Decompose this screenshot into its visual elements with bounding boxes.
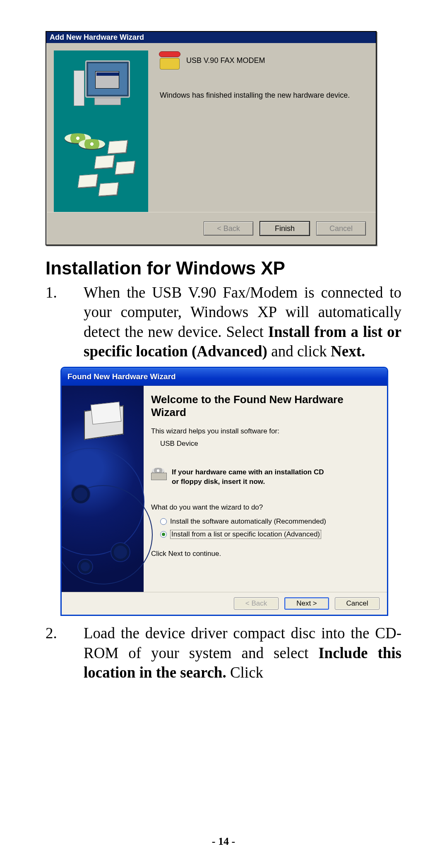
xp-cancel-button[interactable]: Cancel (335, 597, 380, 610)
cd-instruction-line1: If your hardware came with an installati… (172, 468, 324, 477)
cd-instruction-line2: or floppy disk, insert it now. (172, 477, 324, 487)
xp-sidebar-graphic (62, 386, 144, 592)
option-auto-label: Install the software automatically (Reco… (170, 517, 326, 526)
win98-titlebar: Add New Hardware Wizard (46, 32, 376, 43)
radio-checked-icon (160, 531, 167, 538)
option-advanced[interactable]: Install from a list or specific location… (160, 530, 377, 539)
back-button[interactable]: < Back (204, 221, 253, 236)
step2-text-b: Click (230, 664, 263, 681)
cd-icon (79, 139, 105, 149)
step1-bold-b: Next. (331, 343, 365, 360)
option-advanced-label: Install from a list or specific location… (170, 530, 321, 539)
wizard-question: What do you want the wizard to do? (151, 503, 377, 512)
cancel-button[interactable]: Cancel (316, 221, 366, 236)
xp-device-name: USB Device (160, 440, 377, 448)
device-name-label: USB V.90 FAX MODEM (186, 56, 265, 65)
step-2: 2. Load the device driver compact disc i… (46, 623, 401, 682)
option-auto[interactable]: Install the software automatically (Reco… (160, 517, 377, 526)
computer-icon (74, 60, 132, 114)
drawer-icon (80, 404, 130, 450)
win98-wizard-dialog: Add New Hardware Wizard USB (46, 31, 377, 245)
xp-back-button[interactable]: < Back (234, 597, 279, 610)
xp-wizard-dialog: Found New Hardware Wizard Welcome to the… (60, 367, 388, 616)
finish-button[interactable]: Finish (260, 221, 310, 236)
step-1: 1. When the USB V.90 Fax/Modem is connec… (46, 283, 401, 361)
driver-card-icon (78, 174, 98, 188)
xp-titlebar: Found New Hardware Wizard (62, 368, 387, 386)
xp-heading: Welcome to the Found New Hardware Wizard (151, 393, 377, 419)
section-heading: Installation for Windows XP (46, 258, 401, 279)
page-number: - 14 - (0, 835, 447, 848)
driver-card-icon (99, 183, 119, 196)
step-number: 1. (46, 283, 84, 361)
install-cd-icon (151, 468, 167, 481)
driver-card-icon (94, 155, 115, 169)
driver-card-icon (115, 161, 135, 175)
win98-sidebar-graphic (54, 50, 148, 212)
fax-modem-icon (160, 51, 180, 70)
radio-unchecked-icon (160, 518, 167, 525)
xp-next-button[interactable]: Next > (284, 597, 329, 610)
step-number: 2. (46, 623, 84, 682)
xp-subtext: This wizard helps you install software f… (151, 427, 377, 435)
finished-message: Windows has finished installing the new … (160, 91, 366, 100)
step1-text-b: and click (271, 343, 331, 360)
driver-card-icon (108, 140, 128, 154)
continue-hint: Click Next to continue. (151, 550, 377, 558)
